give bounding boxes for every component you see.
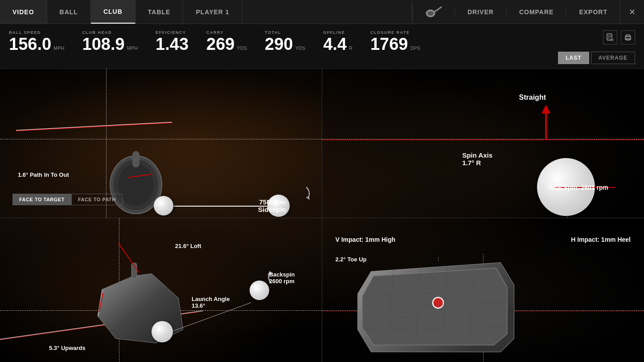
face-buttons: FACE TO TARGET FACE TO PATH bbox=[12, 194, 123, 205]
driver-icon-area bbox=[412, 4, 455, 20]
nav-video[interactable]: VIDEO bbox=[0, 0, 47, 24]
svg-rect-9 bbox=[626, 35, 630, 37]
svg-rect-10 bbox=[626, 38, 630, 40]
impact-ball bbox=[152, 321, 173, 342]
sidespin-label: 75R rpm Sidespin bbox=[258, 198, 286, 213]
closure-rate-label: CLOSURE RATE bbox=[370, 30, 420, 35]
driver-face-view bbox=[349, 258, 518, 358]
print-icon[interactable] bbox=[621, 30, 635, 45]
total-value: 290 YDS bbox=[265, 36, 305, 53]
offline-value: 4.4 R bbox=[323, 36, 353, 53]
spin-axis-text: Spin Axis 1.7° R bbox=[462, 151, 492, 167]
average-button[interactable]: AVERAGE bbox=[591, 52, 635, 64]
carry-label: CARRY bbox=[206, 30, 247, 35]
nav-compare[interactable]: COMPARE bbox=[506, 8, 566, 16]
offline-label: OFFLINE bbox=[323, 30, 353, 35]
nav-club[interactable]: CLUB bbox=[91, 0, 135, 24]
ball-speed-label: BALL SPEED bbox=[9, 30, 65, 35]
total-spin-label: Total Spin: 2601 rpm bbox=[547, 184, 608, 191]
stat-total: TOTAL 290 YDS bbox=[265, 30, 305, 53]
main-content: 1.6° Path In To Out 0.5° Face Open 75R r… bbox=[0, 69, 644, 362]
launch-angle-annotation: Launch Angle 13.6° bbox=[192, 296, 230, 309]
top-nav: VIDEO BALL CLUB TABLE PLAYER 1 DRIVER CO… bbox=[0, 0, 644, 24]
nav-right: DRIVER COMPARE EXPORT bbox=[412, 0, 620, 24]
stat-efficiency: EFFICIENCY 1.43 bbox=[156, 30, 189, 53]
svg-point-2 bbox=[427, 11, 434, 16]
last-button[interactable]: LAST bbox=[558, 52, 589, 64]
nav-table[interactable]: TABLE bbox=[135, 0, 184, 24]
straight-label: Straight bbox=[519, 94, 546, 102]
path-annotation: 1.6° Path In To Out bbox=[18, 171, 69, 178]
nav-driver-label[interactable]: DRIVER bbox=[455, 8, 506, 16]
golf-ball-1 bbox=[154, 196, 173, 216]
stat-closure-rate: CLOSURE RATE 1769 DPS bbox=[370, 30, 420, 53]
svg-marker-15 bbox=[306, 196, 310, 200]
backspin-annotation: Backspin 2600 rpm bbox=[269, 271, 295, 285]
stat-ball-speed: BALL SPEED 156.0 MPH bbox=[9, 30, 65, 53]
svg-text:PDF: PDF bbox=[610, 39, 614, 41]
efficiency-label: EFFICIENCY bbox=[156, 30, 189, 35]
sidespin-arrow bbox=[289, 183, 311, 207]
ball-speed-value: 156.0 MPH bbox=[9, 36, 65, 53]
last-average-toggle: LAST AVERAGE bbox=[558, 52, 635, 64]
svg-point-13 bbox=[118, 164, 154, 206]
nav-ball[interactable]: BALL bbox=[47, 0, 91, 24]
stat-carry: CARRY 269 YDS bbox=[206, 30, 247, 53]
club-side-view bbox=[89, 263, 187, 354]
carry-value: 269 YDS bbox=[206, 36, 247, 53]
impact-view: V Impact: 1mm High H Impact: 1mm Heel 2.… bbox=[322, 218, 644, 362]
club-path-view: 1.6° Path In To Out 0.5° Face Open 75R r… bbox=[0, 69, 322, 218]
svg-point-20 bbox=[433, 297, 443, 308]
svg-line-1 bbox=[435, 7, 441, 12]
svg-rect-14 bbox=[133, 151, 139, 167]
closure-rate-value: 1769 DPS bbox=[370, 36, 420, 53]
side-view: 21.6° Loft Launch Angle 13.6° Backspin 2… bbox=[0, 218, 322, 362]
loft-annotation: 21.6° Loft bbox=[175, 243, 201, 249]
club-head-label: CLUB HEAD bbox=[82, 30, 138, 35]
spin-view: Straight Spin Axis 1.7° R Total Spin: 26… bbox=[322, 69, 644, 218]
pdf-icon[interactable]: PDF bbox=[603, 30, 617, 45]
h-impact-label: H Impact: 1mm Heel bbox=[571, 236, 631, 243]
upwards-annotation: 5.3° Upwards bbox=[49, 345, 86, 351]
nav-player1[interactable]: PLAYER 1 bbox=[183, 0, 242, 24]
driver-icon bbox=[425, 4, 442, 20]
total-label: TOTAL bbox=[265, 30, 305, 35]
stat-club-head: CLUB HEAD 108.9 MPH bbox=[82, 30, 138, 53]
close-button[interactable]: ✕ bbox=[620, 0, 644, 24]
straight-arrow bbox=[541, 105, 550, 140]
stat-offline: OFFLINE 4.4 R bbox=[323, 30, 353, 53]
efficiency-value: 1.43 bbox=[156, 36, 189, 53]
action-icons: PDF bbox=[603, 30, 635, 45]
face-to-target-btn[interactable]: FACE TO TARGET bbox=[12, 194, 71, 205]
stats-bar: BALL SPEED 156.0 MPH CLUB HEAD 108.9 MPH… bbox=[0, 24, 644, 69]
nav-export[interactable]: EXPORT bbox=[566, 8, 620, 16]
club-head-value: 108.9 MPH bbox=[82, 36, 138, 53]
face-to-path-btn[interactable]: FACE TO PATH bbox=[71, 194, 123, 205]
v-impact-label: V Impact: 1mm High bbox=[336, 236, 396, 243]
toe-up-label: 2.2° Toe Up bbox=[336, 256, 367, 263]
